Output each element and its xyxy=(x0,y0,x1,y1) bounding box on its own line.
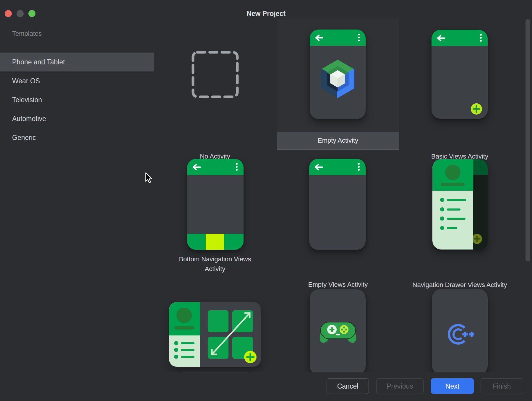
next-button[interactable]: Next xyxy=(431,378,474,394)
empty-activity-preview xyxy=(310,30,366,119)
drawer-header-line xyxy=(441,183,465,186)
gallery-scrollbar[interactable] xyxy=(525,19,530,261)
sidebar-item-wear-os[interactable]: Wear OS xyxy=(0,71,154,90)
back-arrow-icon xyxy=(192,164,201,171)
sidebar-item-television[interactable]: Television xyxy=(0,90,154,109)
template-card-game-activity[interactable] xyxy=(310,289,366,372)
drawer-item-line xyxy=(447,208,460,211)
drawer-item-icon xyxy=(440,207,444,211)
overflow-menu-icon xyxy=(358,163,360,171)
sidebar-item-generic[interactable]: Generic xyxy=(0,128,154,147)
overflow-menu-icon xyxy=(480,161,481,168)
drawer-item-line xyxy=(447,218,466,220)
drawer-item-icon xyxy=(174,341,178,345)
back-arrow-icon xyxy=(314,164,323,171)
new-project-dialog: New Project Templates Phone and TabletWe… xyxy=(0,0,532,401)
drawer-item-line xyxy=(181,342,194,344)
selected-template-label: Empty Activity xyxy=(277,132,399,149)
back-arrow-icon xyxy=(436,35,445,42)
cpp-logo-icon xyxy=(446,322,482,346)
drawer-item-icon xyxy=(174,348,178,352)
previous-button: Previous xyxy=(376,378,424,394)
template-gallery: No Activity Empty Activity xyxy=(154,16,532,372)
template-card-navigation-drawer-views-activity[interactable]: Navigation Drawer Views Activity xyxy=(399,280,521,290)
back-arrow-icon xyxy=(314,34,323,41)
jetpack-compose-icon xyxy=(319,59,356,99)
drawer-item-line xyxy=(447,199,466,201)
overflow-menu-icon xyxy=(480,34,482,42)
overflow-menu-icon xyxy=(236,163,238,171)
drawer-item-icon xyxy=(440,226,444,230)
empty-views-activity-preview xyxy=(309,159,366,250)
fab-plus-icon xyxy=(244,351,257,363)
bottom-navigation-views-activity-preview xyxy=(187,159,244,250)
cancel-button[interactable]: Cancel xyxy=(327,378,369,394)
basic-views-activity-preview xyxy=(432,30,488,119)
avatar-icon xyxy=(176,308,192,323)
mouse-pointer-icon xyxy=(145,172,153,184)
fab-plus-icon xyxy=(472,234,482,244)
drawer-item-icon xyxy=(174,355,178,359)
game-controller-icon xyxy=(318,318,358,345)
drawer-item-icon xyxy=(440,216,444,221)
templates-header: Templates xyxy=(12,30,42,38)
fab-plus-icon xyxy=(471,103,482,115)
drawer-item-line xyxy=(181,356,194,358)
avatar-icon xyxy=(445,165,460,180)
templates-sidebar: Templates Phone and TabletWear OSTelevis… xyxy=(0,0,154,372)
overflow-menu-icon xyxy=(358,34,360,41)
sidebar-item-phone-and-tablet[interactable]: Phone and Tablet xyxy=(0,53,154,71)
template-card-empty-views-activity[interactable]: Empty Views Activity xyxy=(277,280,399,289)
dashed-placeholder-icon xyxy=(192,51,239,98)
drawer-header-line xyxy=(174,326,194,330)
template-card-responsive-views-activity[interactable] xyxy=(169,302,261,367)
sidebar-item-automotive[interactable]: Automotive xyxy=(0,109,154,128)
bottom-navigation-bar xyxy=(187,234,244,250)
finish-button: Finish xyxy=(481,378,523,394)
footer-divider xyxy=(0,372,532,372)
drawer-item-icon xyxy=(440,198,444,202)
drawer-item-line xyxy=(447,227,457,229)
template-card-native-cpp[interactable] xyxy=(432,289,488,372)
drawer-item-line xyxy=(181,349,194,351)
navigation-drawer-views-activity-preview xyxy=(432,159,488,250)
template-card-bottom-navigation-views-activity[interactable]: Bottom Navigation Views Activity xyxy=(154,254,276,274)
